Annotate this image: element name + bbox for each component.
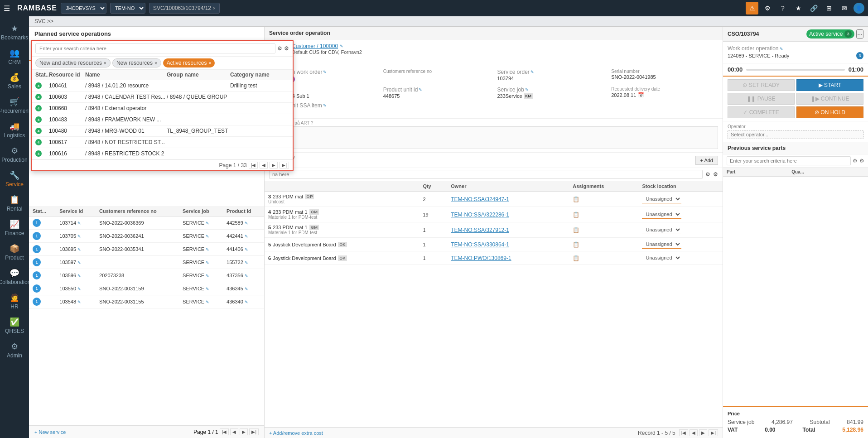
prev-parts-filter-icon[interactable]: ⚙	[853, 158, 858, 164]
stock-select[interactable]: Unassigned	[642, 210, 681, 219]
part-icon-k2[interactable]: ⊙K	[338, 255, 347, 261]
parts-pg-next[interactable]: ▶	[699, 429, 707, 436]
table-row[interactable]: 1 103597 ✎ SERVICE ✎ 155722 ✎	[29, 256, 264, 269]
stock-select[interactable]: Unassigned	[642, 195, 681, 203]
pg-first[interactable]: |◀	[220, 428, 229, 435]
table-row[interactable]: 4 100617 / 8948 / NOT RESTRICTED ST...	[32, 137, 265, 148]
sidebar-item-hr[interactable]: 🙍 HR	[0, 289, 29, 313]
pwo-edit-icon[interactable]: ✎	[323, 70, 327, 74]
table-row[interactable]: 1 103548 ✎ SNO-2022-0031155 SERVICE ✎ 43…	[29, 295, 264, 308]
table-row[interactable]: 5 233 PDM mat 1 ⊙M Materiale 1 for PDM-t…	[265, 222, 723, 238]
close-tab-icon[interactable]: ×	[213, 6, 216, 11]
pg-prev[interactable]: ◀	[230, 428, 238, 435]
table-row[interactable]: 1 103596 ✎ 202073238 SERVICE ✎ 437356 ✎	[29, 269, 264, 282]
text-area-field[interactable]	[269, 126, 718, 149]
table-row[interactable]: 3 233 PDM mat ⊙P Unitcost 2 TEM-NO:SSA/3…	[265, 192, 723, 207]
set-ready-btn[interactable]: ⊙ SET READY	[728, 79, 795, 91]
parts-gear-icon[interactable]: ⚙	[713, 171, 718, 178]
table-row[interactable]: 4 100603 / 8948 / CALENDAR TEST Res... /…	[32, 91, 265, 103]
table-row[interactable]: 1 103550 ✎ SNO-2022-0031159 SERVICE ✎ 43…	[29, 282, 264, 295]
owner-link[interactable]: TEM-NO:SSA/327912-1	[451, 227, 509, 233]
chip-new[interactable]: New resources ×	[112, 58, 161, 67]
sidebar-item-bookmarks[interactable]: ★ Bookmarks	[0, 20, 29, 44]
assignment-icon[interactable]: 📋	[573, 227, 579, 233]
pg-next[interactable]: ▶	[240, 428, 248, 435]
add-btn[interactable]: + Add	[695, 156, 718, 165]
table-row[interactable]: 4 100668 / 8948 / External operator	[32, 103, 265, 114]
sidebar-item-service[interactable]: 🔧 Service	[0, 167, 29, 191]
sidebar-item-finance[interactable]: 📈 Finance	[0, 216, 29, 240]
sidebar-item-collaboration[interactable]: 💬 Collaboration	[0, 265, 29, 289]
pg-last[interactable]: ▶|	[249, 428, 259, 435]
sidebar-item-crm[interactable]: 👥 CRM	[0, 44, 29, 69]
grid-icon[interactable]: ⊞	[823, 2, 835, 14]
ssa-edit-icon[interactable]: ✎	[323, 103, 327, 108]
continue-btn[interactable]: ❚▶ CONTINUE	[796, 93, 863, 105]
table-row[interactable]: 4 100616 / 8948 / RESTRICTED STOCK 2	[32, 148, 265, 159]
parts-pg-prev[interactable]: ◀	[690, 429, 698, 436]
part-icon-p[interactable]: ⊙P	[305, 194, 314, 199]
part-icon-k[interactable]: ⊙K	[338, 242, 347, 247]
table-row[interactable]: 4 233 PDM mat 1 ⊙M Materiale 1 for PDM-t…	[265, 207, 723, 222]
chip-new-and-active[interactable]: New and active resources ×	[35, 58, 111, 67]
table-row[interactable]: 1 103714 ✎ SNO-2022-0036369 SERVICE ✎ 44…	[29, 217, 264, 230]
sidebar-item-product[interactable]: 📦 Product	[0, 240, 29, 265]
assignment-icon[interactable]: 📋	[573, 255, 579, 261]
chip-active[interactable]: Active resources ×	[163, 58, 215, 67]
sidebar-item-sales[interactable]: 💰 Sales	[0, 69, 29, 93]
owner-link[interactable]: TEM-NO:SSA/330864-1	[451, 241, 509, 248]
help-icon[interactable]: ?	[776, 2, 789, 14]
link-icon[interactable]: 🔗	[807, 2, 820, 14]
page-first-btn[interactable]: |◀	[249, 162, 258, 168]
right-panel-more-btn[interactable]: ···	[856, 29, 863, 39]
owner-link[interactable]: TEM-NO:PWO/130869-1	[451, 255, 511, 261]
assignment-icon[interactable]: 📋	[573, 196, 579, 202]
context1-select[interactable]: TEM-NO	[110, 3, 145, 14]
active-tab[interactable]: SVC/100063/103794/12 ×	[149, 3, 220, 14]
parts-pg-first[interactable]: |◀	[679, 429, 689, 436]
woo-edit-icon[interactable]: ✎	[780, 47, 783, 51]
workspace-select[interactable]: JHCDEVSYS	[61, 3, 106, 14]
sj-edit-icon[interactable]: ✎	[525, 87, 529, 92]
chip-new-and-active-close[interactable]: ×	[104, 61, 106, 66]
star-icon[interactable]: ★	[792, 2, 805, 14]
sidebar-item-qhses[interactable]: ✅ QHSES	[0, 313, 29, 338]
sidebar-item-production[interactable]: ⚙ Production	[0, 142, 29, 167]
alert-icon[interactable]: ⚠	[746, 2, 758, 14]
sidebar-item-logistics[interactable]: 🚚 Logistics	[0, 118, 29, 142]
assignment-icon[interactable]: 📋	[573, 241, 579, 248]
resource-search-input[interactable]	[35, 43, 265, 53]
chip-active-close[interactable]: ×	[209, 61, 212, 66]
pause-btn[interactable]: ❚❚ PAUSE	[728, 93, 795, 105]
calendar-icon[interactable]: 📅	[638, 92, 644, 98]
chip-new-close[interactable]: ×	[154, 61, 157, 66]
part-icon-m2[interactable]: ⊙M	[309, 225, 319, 230]
operator-input[interactable]	[728, 130, 863, 139]
so-edit-icon[interactable]: ✎	[530, 70, 534, 74]
new-service-btn[interactable]: + New service	[34, 429, 66, 435]
user-icon[interactable]: 👤	[854, 3, 864, 14]
table-row[interactable]: 6 Joystick Development Board ⊙K 1 TEM-NO…	[265, 251, 723, 265]
hamburger-icon[interactable]: ☰	[4, 4, 10, 13]
part-icon-m[interactable]: ⊙M	[309, 209, 319, 215]
stock-select[interactable]: Unassigned	[642, 254, 681, 262]
table-row[interactable]: 1 103695 ✎ SNO-2022-0035341 SERVICE ✎ 44…	[29, 243, 264, 256]
parts-pg-last[interactable]: ▶|	[709, 429, 718, 436]
owner-link[interactable]: TEM-NO:SSA/322286-1	[451, 212, 509, 218]
table-row[interactable]: 5 Joystick Development Board ⊙K 1 TEM-NO…	[265, 238, 723, 251]
table-row[interactable]: 4 100480 / 8948 / MRG-WOOD 01 TL_8948_GR…	[32, 125, 265, 137]
on-hold-btn[interactable]: ⊘ ON HOLD	[796, 106, 863, 118]
owner-link[interactable]: TEM-NO:SSA/324947-1	[451, 196, 509, 202]
start-btn[interactable]: ▶ START	[796, 79, 863, 91]
assignment-icon[interactable]: 📋	[573, 212, 579, 218]
prev-parts-search-input[interactable]	[727, 156, 851, 165]
stock-select[interactable]: Unassigned	[642, 226, 681, 234]
customer-edit-icon[interactable]: ✎	[340, 44, 343, 48]
complete-btn[interactable]: ✓ COMPLETE	[728, 106, 795, 118]
table-row[interactable]: 1 103705 ✎ SNO-2022-0036241 SERVICE ✎ 44…	[29, 230, 264, 243]
parts-search-input[interactable]	[269, 170, 703, 179]
sidebar-item-procurement[interactable]: 🛒 Procurement	[0, 93, 29, 118]
table-row[interactable]: 4 100483 / 8948 / FRAMEWORK NEW ...	[32, 114, 265, 125]
sidebar-item-rental[interactable]: 📋 Rental	[0, 191, 29, 216]
page-prev-btn[interactable]: ◀	[260, 162, 265, 168]
